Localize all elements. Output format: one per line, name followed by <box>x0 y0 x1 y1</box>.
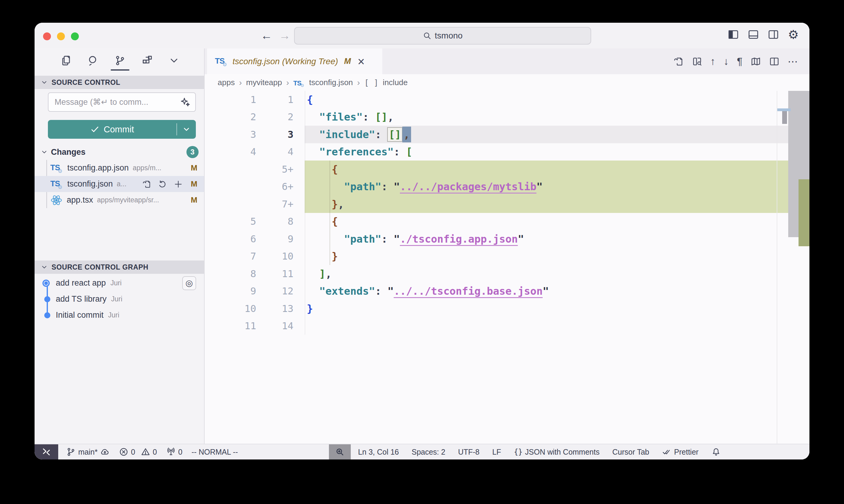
vim-mode-indicator[interactable]: -- NORMAL -- <box>192 448 238 456</box>
map-icon[interactable] <box>751 56 761 67</box>
commit-button[interactable]: Commit <box>48 120 196 139</box>
previous-change-icon[interactable]: ↑ <box>710 55 716 67</box>
file-path: a... <box>117 180 126 188</box>
open-file-icon[interactable] <box>673 56 684 67</box>
breadcrumb-item-myviteapp[interactable]: myviteapp <box>246 78 282 87</box>
command-center-search[interactable]: tsmono <box>294 27 591 44</box>
language-mode-button[interactable]: {} JSON with Comments <box>514 448 600 456</box>
commit-dropdown-button[interactable] <box>177 125 196 133</box>
branch-status-button[interactable]: main* <box>66 447 110 457</box>
code-line[interactable]: 912 "extends": "../../tsconfig.base.json… <box>205 283 809 300</box>
commit-message: add react app <box>56 278 106 288</box>
breadcrumb-item-apps[interactable]: apps <box>218 78 235 87</box>
git-branch-icon <box>66 447 76 457</box>
modified-line-number: 13 <box>256 303 293 314</box>
open-file-icon[interactable] <box>142 180 151 189</box>
more-views-chevron-icon[interactable] <box>168 55 180 66</box>
formatter-button[interactable]: Prettier <box>662 447 699 457</box>
split-editor-icon[interactable] <box>769 56 779 67</box>
encoding-button[interactable]: UTF-8 <box>458 448 480 456</box>
remote-indicator-button[interactable] <box>35 444 58 460</box>
ports-button[interactable]: 0 <box>166 447 183 457</box>
toggle-secondary-sidebar-icon[interactable] <box>768 29 779 40</box>
navigate-forward-icon[interactable]: → <box>279 28 290 43</box>
code-line[interactable]: 1013} <box>205 300 809 318</box>
chevron-down-icon <box>41 79 48 86</box>
code-line[interactable]: 44 "references": [ <box>205 143 809 161</box>
toggle-primary-sidebar-icon[interactable] <box>728 29 739 40</box>
source-control-section-header[interactable]: SOURCE CONTROL <box>35 76 204 89</box>
source-control-icon[interactable] <box>114 55 126 66</box>
commit-node-icon <box>44 296 50 302</box>
extensions-icon[interactable] <box>141 55 153 66</box>
settings-gear-icon[interactable]: ⚙ <box>788 29 799 40</box>
modified-line-number: 10 <box>256 251 293 262</box>
close-tab-icon[interactable]: × <box>358 55 365 68</box>
modified-line-number: 7+ <box>256 198 293 210</box>
changes-section-header[interactable]: Changes 3 <box>35 145 204 159</box>
code-lines: 11{22 "files": [],33 "include": [],44 "r… <box>205 91 809 335</box>
code-line[interactable]: 11{ <box>205 91 809 108</box>
problems-button[interactable]: 0 0 <box>119 447 157 457</box>
original-line-number: 11 <box>205 320 256 332</box>
check-icon <box>90 125 100 134</box>
indentation-button[interactable]: Spaces: 2 <box>412 448 445 456</box>
explorer-icon[interactable] <box>60 55 72 66</box>
cursor-tab-text: Cursor Tab <box>613 448 649 456</box>
code-line[interactable]: 5+ { <box>205 161 809 178</box>
cursor-position-button[interactable]: Ln 3, Col 16 <box>358 448 399 456</box>
navigate-back-icon[interactable]: ← <box>261 28 272 43</box>
code-line[interactable]: 33 "include": [], <box>205 126 809 143</box>
breadcrumb-item-include[interactable]: include <box>383 78 408 87</box>
whitespace-icon[interactable]: ¶ <box>737 55 742 67</box>
code-line[interactable]: 1114 <box>205 318 809 335</box>
discard-changes-icon[interactable] <box>158 180 167 189</box>
encoding-text: UTF-8 <box>458 448 480 456</box>
next-change-icon[interactable]: ↓ <box>724 55 729 67</box>
code-line[interactable]: 22 "files": [], <box>205 108 809 126</box>
commit-row[interactable]: add react app Juri ◎ <box>35 275 204 291</box>
goto-current-history-item-button[interactable]: ◎ <box>182 276 196 290</box>
eol-button[interactable]: LF <box>492 448 501 456</box>
tab-tsconfig-json-working-tree[interactable]: TS⚙ tsconfig.json (Working Tree) M × <box>207 49 382 74</box>
diff-editor[interactable]: 11{22 "files": [],33 "include": [],44 "r… <box>205 91 809 444</box>
cursor-tab-button[interactable]: Cursor Tab <box>613 448 649 456</box>
ports-count: 0 <box>178 448 183 456</box>
remote-indicator-icon <box>41 447 52 457</box>
stage-changes-icon[interactable] <box>174 180 183 189</box>
compare-editors-icon[interactable] <box>692 56 702 67</box>
more-actions-icon[interactable]: ⋯ <box>788 55 798 68</box>
language-mode-text: JSON with Comments <box>525 448 600 456</box>
cloud-upload-icon <box>100 447 110 457</box>
change-row-app-tsx[interactable]: app.tsx apps/myviteapp/sr... M <box>35 192 204 208</box>
breadcrumb-item-file[interactable]: tsconfig.json <box>309 78 353 87</box>
breadcrumb-separator: › <box>239 78 242 88</box>
maximize-window-button[interactable] <box>71 32 79 40</box>
code-line[interactable]: 7+ }, <box>205 195 809 213</box>
change-row-tsconfig-json[interactable]: TS⚙ tsconfig.json a... M <box>35 176 204 192</box>
commit-row[interactable]: add TS library Juri <box>35 291 204 307</box>
zoom-indicator-button[interactable] <box>329 444 351 460</box>
minimize-window-button[interactable] <box>57 32 65 40</box>
commit-message-input[interactable]: Message (⌘↵ to comm... <box>48 92 196 112</box>
bell-icon[interactable] <box>711 447 721 457</box>
status-bar: main* 0 0 0 -- NORMAL -- Ln 3, Col 16 Sp… <box>35 444 809 460</box>
close-window-button[interactable] <box>43 32 51 40</box>
branch-name: main* <box>78 448 98 456</box>
code-line[interactable]: 710 } <box>205 248 809 265</box>
file-name: app.tsx <box>67 195 93 205</box>
sparkle-copilot-icon[interactable] <box>180 97 190 107</box>
modified-badge: M <box>191 179 197 189</box>
search-icon[interactable] <box>87 55 99 66</box>
commit-row[interactable]: Initial commit Juri <box>35 307 204 323</box>
toggle-panel-icon[interactable] <box>747 29 759 40</box>
code-line[interactable]: 811 ], <box>205 265 809 283</box>
code-line[interactable]: 69 "path": "./tsconfig.app.json" <box>205 230 809 248</box>
zoom-magnifier-icon <box>335 447 345 457</box>
original-line-number: 5 <box>205 216 256 227</box>
json-braces-icon: {} <box>514 448 523 456</box>
change-row-tsconfig-app-json[interactable]: TS⚙ tsconfig.app.json apps/m... M <box>35 160 204 176</box>
source-control-graph-header[interactable]: SOURCE CONTROL GRAPH <box>35 260 204 274</box>
code-line[interactable]: 6+ "path": "../../packages/mytslib" <box>205 178 809 196</box>
code-line[interactable]: 58 { <box>205 213 809 231</box>
